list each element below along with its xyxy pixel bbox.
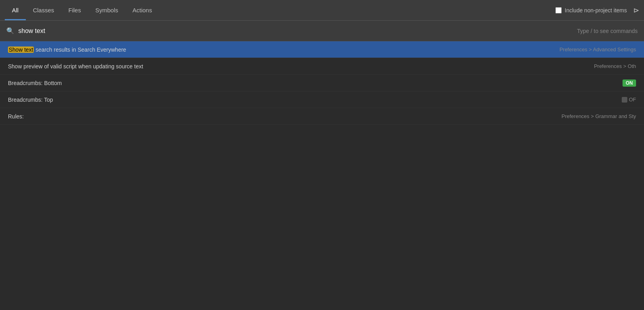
search-input[interactable]	[18, 27, 577, 35]
tab-bar-right: Include non-project items ⊳	[555, 6, 639, 15]
tab-classes[interactable]: Classes	[26, 0, 61, 20]
tab-all[interactable]: All	[5, 0, 26, 20]
result-path: Preferences > Oth	[594, 63, 636, 69]
tab-files[interactable]: Files	[61, 0, 88, 20]
toggle-off-badge[interactable]: OF	[622, 97, 636, 103]
results-list: Show text search results in Search Every…	[0, 41, 644, 125]
search-bar: 🔍 Type / to see commands	[0, 21, 644, 41]
result-path: Preferences > Grammar and Sty	[562, 113, 636, 119]
result-path: Preferences > Advanced Settings	[559, 46, 636, 52]
result-text: Rules:	[8, 113, 562, 120]
search-icon: 🔍	[6, 27, 14, 35]
tab-bar: All Classes Files Symbols Actions Includ…	[0, 0, 644, 21]
result-text: Breadcrumbs: Top	[8, 97, 622, 103]
include-non-project-checkbox[interactable]	[555, 7, 562, 14]
result-item[interactable]: Rules: Preferences > Grammar and Sty	[0, 108, 644, 125]
tab-symbols[interactable]: Symbols	[88, 0, 126, 20]
result-highlight: Show text	[8, 46, 34, 53]
result-item[interactable]: Breadcrumbs: Top OF	[0, 91, 644, 108]
search-hint: Type / to see commands	[577, 28, 638, 34]
filter-icon[interactable]: ⊳	[633, 6, 639, 15]
tab-actions[interactable]: Actions	[125, 0, 159, 20]
result-text: Breadcrumbs: Bottom	[8, 80, 619, 86]
result-item[interactable]: Show text search results in Search Every…	[0, 41, 644, 58]
result-item[interactable]: Breadcrumbs: Bottom ON	[0, 75, 644, 91]
include-non-project-label[interactable]: Include non-project items	[555, 7, 627, 14]
toggle-on-badge[interactable]: ON	[623, 79, 636, 87]
result-item[interactable]: Show preview of valid script when updati…	[0, 58, 644, 75]
result-text: Show text search results in Search Every…	[8, 46, 559, 53]
toggle-off-box	[622, 97, 627, 103]
result-text: Show preview of valid script when updati…	[8, 63, 594, 70]
